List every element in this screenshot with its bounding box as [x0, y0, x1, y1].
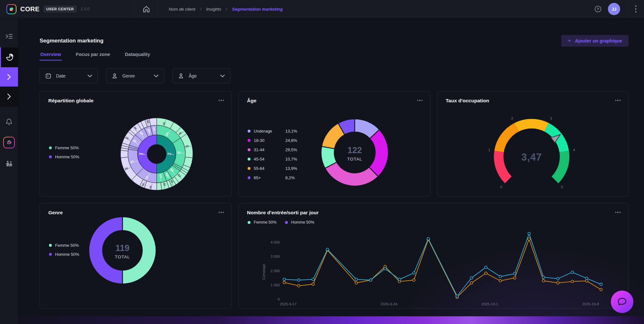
- legend-dot: [49, 253, 52, 256]
- sidebar-item-expand-active[interactable]: [0, 67, 18, 87]
- tab-dataquality[interactable]: Dataquality: [124, 52, 151, 60]
- user-icon: [111, 73, 118, 79]
- svg-text:Fe...: Fe...: [167, 152, 174, 155]
- card-age: Âge Underage13,1%18-3024,6%31-4429,5%45-…: [238, 91, 431, 197]
- card-menu-button[interactable]: [615, 98, 621, 103]
- breadcrumb-item[interactable]: Insights: [206, 7, 221, 12]
- legend-item[interactable]: Underage13,1%: [248, 129, 297, 134]
- svg-text:1: 1: [488, 148, 490, 152]
- help-icon: ?: [594, 5, 601, 13]
- legend-dot: [49, 146, 52, 149]
- sidebar-item-insights[interactable]: [0, 47, 18, 67]
- core-logo-glyph: [9, 6, 14, 12]
- svg-text:Comptage: Comptage: [262, 264, 266, 280]
- legend-value: 24,6%: [285, 138, 297, 143]
- legend-item[interactable]: 18-3024,6%: [248, 138, 297, 143]
- chat-bubble-icon: [617, 297, 628, 307]
- chat-fab-button[interactable]: [611, 291, 633, 313]
- tab-overview[interactable]: Overview: [40, 52, 62, 60]
- legend-item[interactable]: Homme 50%: [285, 220, 314, 225]
- card-title: Taux d'occupation: [446, 98, 489, 104]
- filter-genre[interactable]: Genre: [106, 68, 164, 83]
- legend-dot: [248, 158, 251, 161]
- version-label: 1.0.0: [80, 7, 90, 11]
- svg-text:TOTAL: TOTAL: [115, 255, 130, 259]
- card-entrees-sorties: Nombre d'entrée/sorti par jour Femme 50%…: [238, 203, 629, 309]
- card-genre: Genre Femme 50%Homme 50% 119TOTAL: [40, 203, 232, 309]
- legend-dot: [49, 155, 52, 158]
- legend-item[interactable]: 45-5410,7%: [248, 157, 297, 162]
- topbar-divider: [158, 0, 158, 18]
- sunburst-chart[interactable]: Fe...Ho...18-...31-...55-...65+un...18-.…: [40, 91, 232, 196]
- chart-legend: Femme 50%Homme 50%: [49, 145, 79, 159]
- svg-text:122: 122: [347, 145, 362, 155]
- user-center-badge: USER CENTER: [43, 5, 77, 13]
- legend-label: 55-64: [254, 166, 282, 171]
- chevron-right-icon: [6, 93, 12, 100]
- svg-text:119: 119: [116, 243, 129, 253]
- add-chart-button[interactable]: + Ajouter un graphique: [561, 35, 629, 47]
- legend-label: Femme 50%: [55, 243, 79, 248]
- chevron-down-icon: [87, 74, 92, 78]
- chart-legend: Femme 50%Homme 50%: [248, 220, 314, 225]
- breadcrumb: Nom de client/Insights/Segmentation mark…: [169, 0, 283, 18]
- legend-label: Underage: [254, 129, 282, 134]
- card-title: Nombre d'entrée/sorti par jour: [247, 210, 318, 216]
- legend-value: 10,7%: [285, 157, 297, 162]
- legend-dot: [248, 221, 251, 224]
- card-menu-button[interactable]: [417, 98, 423, 103]
- svg-text:31-...: 31-...: [177, 151, 184, 154]
- legend-value: 13,9%: [285, 166, 297, 171]
- topbar-right: ? JJ: [594, 0, 644, 18]
- legend-item[interactable]: Homme 50%: [49, 252, 79, 257]
- card-menu-button[interactable]: [218, 98, 225, 103]
- indent-toggle-icon: [5, 33, 13, 40]
- filter-label: Âge: [189, 73, 197, 79]
- breadcrumb-item[interactable]: Nom de client: [169, 7, 195, 12]
- line-chart[interactable]: 01 0002 0003 0004 000Comptage2025-9-1720…: [239, 203, 628, 308]
- svg-text:4: 4: [573, 148, 575, 152]
- card-title: Âge: [247, 98, 256, 104]
- breadcrumb-item: Segmentation marketing: [232, 7, 283, 12]
- card-menu-button[interactable]: [218, 210, 225, 215]
- core-logo-icon[interactable]: [6, 4, 16, 14]
- svg-text:5: 5: [561, 185, 563, 189]
- breadcrumb-separator: /: [200, 7, 202, 12]
- sidebar-notifications-button[interactable]: [0, 115, 18, 129]
- svg-text:un...: un...: [152, 127, 156, 134]
- card-title: Genre: [48, 210, 63, 216]
- legend-item[interactable]: Femme 50%: [49, 145, 79, 150]
- filter-date[interactable]: Date: [40, 68, 98, 83]
- topbar-menu-button[interactable]: [628, 5, 644, 13]
- tab-focus-par-zone[interactable]: Focus par zone: [75, 52, 111, 60]
- calendar-icon: [45, 73, 52, 79]
- filter--ge[interactable]: Âge: [172, 68, 231, 83]
- legend-label: 31-44: [254, 147, 282, 152]
- sidebar-item-expand[interactable]: [0, 87, 18, 106]
- avatar[interactable]: JJ: [608, 3, 620, 15]
- gauge-chart[interactable]: 0123453,47: [437, 91, 628, 196]
- legend-item[interactable]: Homme 50%: [49, 154, 79, 159]
- sidebar-users-button[interactable]: [0, 157, 18, 171]
- legend-item[interactable]: 31-4429,5%: [248, 147, 297, 152]
- legend-dot: [248, 130, 251, 133]
- card-menu-button[interactable]: [615, 210, 621, 215]
- svg-text:2025-10-1: 2025-10-1: [481, 302, 498, 306]
- page-title: Segmentation marketing: [40, 38, 103, 44]
- plus-icon: +: [568, 39, 571, 43]
- legend-item[interactable]: Femme 50%: [49, 243, 79, 248]
- filter-bar: DateGenreÂge: [40, 68, 629, 83]
- legend-item[interactable]: 65+8,2%: [248, 175, 297, 180]
- home-button[interactable]: [135, 0, 158, 18]
- brand-area: CORE USER CENTER 1.0.0: [0, 0, 134, 18]
- app-cube-logo-icon: [3, 137, 15, 148]
- legend-item[interactable]: Femme 50%: [248, 220, 277, 225]
- sidebar-collapse-button[interactable]: [0, 27, 18, 45]
- card-repartition-globale: Répartition globale Femme 50%Homme 50% F…: [40, 91, 232, 197]
- legend-item[interactable]: 55-6413,9%: [248, 166, 297, 171]
- sidebar-app-logo-button[interactable]: [0, 135, 18, 150]
- svg-text:2025-10-8: 2025-10-8: [582, 302, 599, 306]
- help-button[interactable]: ?: [594, 5, 601, 13]
- brand-name: CORE: [20, 5, 40, 13]
- svg-text:4 000: 4 000: [270, 240, 280, 244]
